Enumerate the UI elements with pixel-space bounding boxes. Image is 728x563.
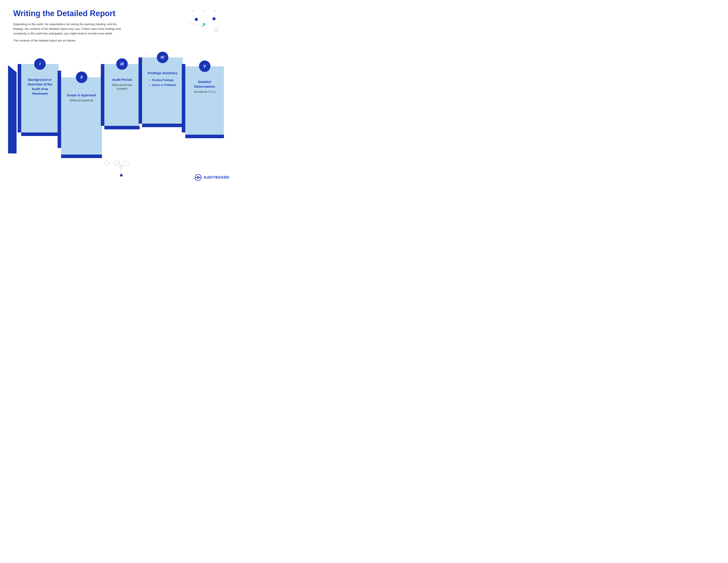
card-wrapper-3: III Audit Period (What period was includ… <box>101 64 140 129</box>
card-subtitle-3: (What period was included) <box>108 83 136 91</box>
card-bottom-shadow-2 <box>61 154 102 158</box>
card-2: II Scope & Approach (What we looked at) <box>61 77 102 154</box>
card-1: I Background or Overview of the Audit Ar… <box>21 64 59 132</box>
card-number-1: I <box>34 58 46 70</box>
auditboard-logo-icon <box>195 174 202 181</box>
card-wrapper-4: IV Findings Summary Positive Findings Is… <box>139 57 183 127</box>
intro-paragraph-1: Depending on the audit, the expectations… <box>13 22 128 36</box>
card-side-2 <box>58 71 61 148</box>
deco-bottom-cross-area: × <box>108 160 135 179</box>
decorative-top-right: × × × <box>181 7 229 42</box>
logo-text: AUDITBOARD <box>203 175 229 179</box>
card-number-2: II <box>76 71 87 83</box>
svg-point-4 <box>195 18 198 21</box>
svg-text:×: × <box>118 162 120 165</box>
card-subtitle-2: (What we looked at) <box>70 99 93 102</box>
card-side-1 <box>18 64 21 132</box>
card-wrapper-5: V Detailed Observations (Include the 5 C… <box>182 64 224 138</box>
card-wrapper-1: I Background or Overview of the Audit Ar… <box>18 64 59 136</box>
card-bottom-shadow-1 <box>21 132 59 136</box>
svg-text:×: × <box>214 9 216 13</box>
card-number-3: III <box>116 58 128 70</box>
card-title-4: Findings Summary <box>148 71 177 75</box>
card-title-3: Audit Period <box>112 77 132 82</box>
card-wrapper-2: II Scope & Approach (What we looked at) <box>58 71 102 158</box>
card-title-5: Detailed Observations <box>189 79 221 89</box>
card-subtitle-5: (Include the 5 C's) <box>194 90 215 94</box>
auditboard-logo: AUDITBOARD <box>195 174 229 181</box>
bullet-issues-problems: Issues or Problems <box>149 83 176 88</box>
card-5: V Detailed Observations (Include the 5 C… <box>185 66 224 135</box>
card-number-4: IV <box>157 52 168 63</box>
svg-text:×: × <box>203 9 205 13</box>
bullet-positive-findings: Positive Findings <box>149 78 176 83</box>
svg-text:×: × <box>192 9 194 13</box>
svg-rect-10 <box>121 163 121 174</box>
card-bullets-4: Positive Findings Issues or Problems <box>149 78 176 87</box>
cards-container: I Background or Overview of the Audit Ar… <box>13 64 234 158</box>
card-side-5 <box>182 64 185 132</box>
svg-point-14 <box>198 177 199 178</box>
card-side-4 <box>139 57 142 124</box>
card-4: IV Findings Summary Positive Findings Is… <box>142 57 183 124</box>
svg-line-3 <box>188 22 203 26</box>
card-title-2: Scope & Approach <box>67 93 96 97</box>
card-side-3 <box>101 64 104 126</box>
card-3: III Audit Period (What period was includ… <box>104 64 140 126</box>
card-title-1: Background or Overview of the Audit Area… <box>24 77 55 96</box>
svg-point-7 <box>214 28 218 32</box>
svg-point-6 <box>203 23 205 26</box>
card-bottom-shadow-3 <box>104 126 140 129</box>
svg-point-5 <box>212 17 216 20</box>
card-bottom-shadow-5 <box>185 135 224 138</box>
card-bottom-shadow-4 <box>142 124 183 127</box>
header-section: Writing the Detailed Report Depending on… <box>13 9 128 46</box>
page-title: Writing the Detailed Report <box>13 9 128 18</box>
card-number-5: V <box>199 60 210 72</box>
intro-paragraph-2: The contents of the detailed report are … <box>13 38 128 43</box>
svg-point-11 <box>120 174 123 177</box>
